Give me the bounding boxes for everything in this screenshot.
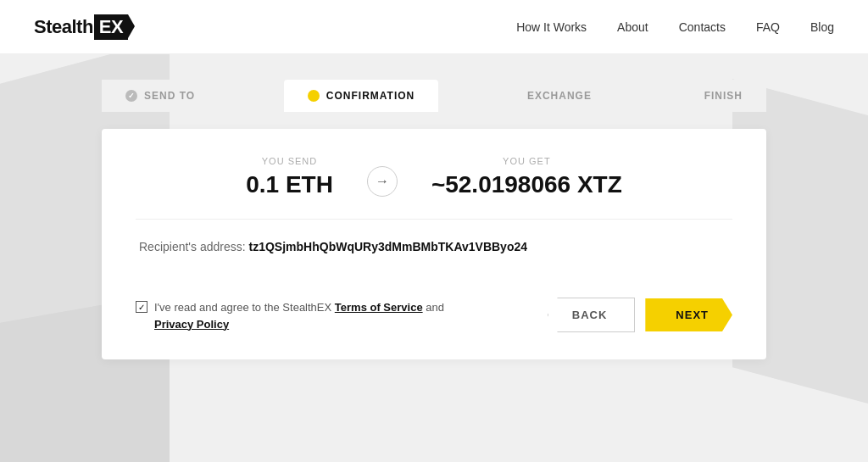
step-confirmation-label: CONFIRMATION <box>326 90 415 102</box>
exchange-info-row: YOU SEND 0.1 ETH → YOU GET ~52.0198066 X… <box>136 156 732 220</box>
logo: Stealth EX <box>34 14 128 40</box>
step-send-to[interactable]: ✓ SEND TO <box>102 80 219 112</box>
you-send-amount: 0.1 ETH <box>246 171 333 198</box>
steps-bar: ✓ SEND TO CONFIRMATION EXCHANGE FINISH <box>102 80 766 112</box>
step-dot-send-to: ✓ <box>125 90 137 102</box>
agreement-section: I've read and agree to the StealthEX Ter… <box>136 299 444 332</box>
confirmation-card: YOU SEND 0.1 ETH → YOU GET ~52.0198066 X… <box>102 129 766 359</box>
back-button[interactable]: BACK <box>548 298 636 332</box>
step-check-icon: ✓ <box>128 92 136 100</box>
agreement-checkbox[interactable] <box>136 301 147 313</box>
step-finish[interactable]: FINISH <box>681 80 766 112</box>
recipient-row: Recipient's address: tz1QSjmbHhQbWqURy3d… <box>136 240 732 253</box>
step-exchange[interactable]: EXCHANGE <box>504 80 615 112</box>
agreement-row: I've read and agree to the StealthEX Ter… <box>136 299 444 332</box>
step-exchange-label: EXCHANGE <box>527 90 592 102</box>
main-content: ✓ SEND TO CONFIRMATION EXCHANGE FINISH Y… <box>0 54 868 385</box>
you-send-label: YOU SEND <box>246 156 333 166</box>
nav-contacts[interactable]: Contacts <box>679 20 726 34</box>
logo-text: Stealth <box>34 16 93 38</box>
agreement-and: and <box>426 301 444 314</box>
send-side: YOU SEND 0.1 ETH <box>246 156 333 198</box>
you-get-label: YOU GET <box>431 156 622 166</box>
agreement-prefix: I've read and agree to the StealthEX <box>154 301 331 314</box>
step-send-to-label: SEND TO <box>144 90 195 102</box>
next-button[interactable]: NEXT <box>645 298 732 331</box>
recipient-address: tz1QSjmbHhQbWqURy3dMmBMbTKAv1VBByo24 <box>249 240 528 253</box>
nav-how-it-works[interactable]: How It Works <box>516 20 587 34</box>
step-dot-confirmation <box>308 90 320 102</box>
recipient-label: Recipient's address: <box>139 240 246 253</box>
buttons-row: BACK NEXT <box>548 298 732 332</box>
step-confirmation[interactable]: CONFIRMATION <box>284 80 438 112</box>
privacy-policy-link[interactable]: Privacy Policy <box>154 318 229 331</box>
nav: How It Works About Contacts FAQ Blog <box>516 20 834 34</box>
terms-of-service-link[interactable]: Terms of Service <box>335 301 423 314</box>
agreement-text: I've read and agree to the StealthEX Ter… <box>154 299 444 332</box>
get-side: YOU GET ~52.0198066 XTZ <box>431 156 622 198</box>
bottom-row: I've read and agree to the StealthEX Ter… <box>136 277 732 332</box>
nav-about[interactable]: About <box>617 20 648 34</box>
exchange-arrow-icon: → <box>367 166 398 197</box>
step-finish-label: FINISH <box>704 90 743 102</box>
logo-ex: EX <box>94 14 128 40</box>
nav-blog[interactable]: Blog <box>810 20 834 34</box>
nav-faq[interactable]: FAQ <box>756 20 780 34</box>
header: Stealth EX How It Works About Contacts F… <box>0 0 868 54</box>
you-get-amount: ~52.0198066 XTZ <box>431 171 622 198</box>
